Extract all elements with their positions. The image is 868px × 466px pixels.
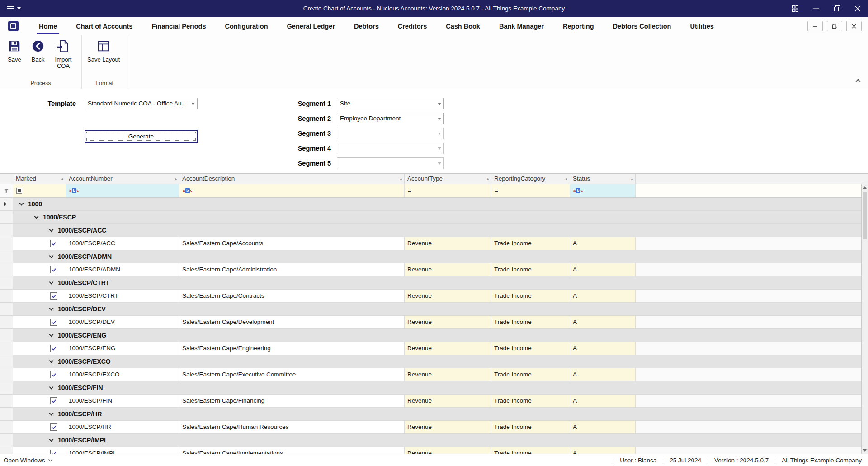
marked-checkbox[interactable]: [50, 423, 57, 431]
filter-cell-accounttype[interactable]: =: [405, 184, 491, 197]
status-cell[interactable]: A: [570, 447, 636, 454]
group-cell[interactable]: 1000: [13, 198, 861, 210]
collapse-chevron-icon[interactable]: [49, 306, 54, 310]
filter-cell-reportingcategory[interactable]: =: [491, 184, 570, 197]
tab-home[interactable]: Home: [29, 17, 66, 35]
account-number-cell[interactable]: 1000/ESCP/IMPL: [66, 447, 179, 454]
segment-4-dropdown[interactable]: [337, 143, 444, 154]
tab-bank-manager[interactable]: Bank Manager: [490, 17, 553, 35]
tab-utilities[interactable]: Utilities: [680, 17, 723, 35]
account-description-cell[interactable]: Sales/Eastern Cape/Financing: [179, 395, 405, 407]
collapse-chevron-icon[interactable]: [49, 227, 54, 232]
collapse-chevron-icon[interactable]: [49, 332, 54, 337]
column-header-reportingcategory[interactable]: ReportingCategory▲: [491, 174, 570, 184]
reporting-category-cell[interactable]: Trade Income: [491, 447, 570, 454]
filter-cell-status[interactable]: abc: [570, 184, 636, 197]
account-number-cell[interactable]: 1000/ESCP/CTRT: [66, 290, 179, 302]
collapse-chevron-icon[interactable]: [49, 437, 54, 442]
group-row-1000-escp-ctrt[interactable]: 1000/ESCP/CTRT: [0, 276, 861, 290]
collapse-chevron-icon[interactable]: [49, 358, 54, 363]
reporting-category-cell[interactable]: Trade Income: [491, 395, 570, 407]
account-description-cell[interactable]: Sales/Eastern Cape/Accounts: [179, 237, 405, 250]
reporting-category-cell[interactable]: Trade Income: [491, 316, 570, 328]
tab-chart-of-accounts[interactable]: Chart of Accounts: [66, 17, 142, 35]
status-cell[interactable]: A: [570, 342, 636, 355]
filter-cell-accountnumber[interactable]: abc: [66, 184, 179, 197]
tab-configuration[interactable]: Configuration: [216, 17, 278, 35]
equals-filter-icon[interactable]: =: [495, 187, 498, 194]
group-row-1000[interactable]: 1000: [0, 198, 861, 211]
column-header-accountdescription[interactable]: AccountDescription▲: [179, 174, 405, 184]
group-cell[interactable]: 1000/ESCP/ADMN: [13, 250, 861, 263]
account-row-1000-escp-exco[interactable]: 1000/ESCP/EXCOSales/Eastern Cape/Executi…: [0, 368, 861, 381]
quick-access-menu-icon[interactable]: [7, 5, 14, 13]
account-type-cell[interactable]: Revenue: [405, 447, 491, 454]
status-cell[interactable]: A: [570, 316, 636, 328]
template-dropdown[interactable]: Standard Numeric COA - Office Au...: [85, 98, 198, 109]
account-type-cell[interactable]: Revenue: [405, 316, 491, 328]
account-number-cell[interactable]: 1000/ESCP/EXCO: [66, 368, 179, 381]
group-cell[interactable]: 1000/ESCP/EXCO: [13, 355, 861, 368]
group-cell[interactable]: 1000/ESCP/DEV: [13, 303, 861, 315]
account-row-1000-escp-acc[interactable]: 1000/ESCP/ACCSales/Eastern Cape/Accounts…: [0, 237, 861, 250]
group-row-1000-escp-hr[interactable]: 1000/ESCP/HR: [0, 408, 861, 421]
account-description-cell[interactable]: Sales/Eastern Cape/Implementations: [179, 447, 405, 454]
status-cell[interactable]: A: [570, 395, 636, 407]
tab-general-ledger[interactable]: General Ledger: [278, 17, 344, 35]
group-cell[interactable]: 1000/ESCP/IMPL: [13, 434, 861, 447]
account-row-1000-escp-eng[interactable]: 1000/ESCP/ENGSales/Eastern Cape/Engineer…: [0, 342, 861, 355]
collapse-chevron-icon[interactable]: [49, 385, 54, 389]
mdi-restore-button[interactable]: [827, 21, 842, 31]
account-type-cell[interactable]: Revenue: [405, 237, 491, 250]
app-logo-icon[interactable]: [8, 21, 19, 31]
account-number-cell[interactable]: 1000/ESCP/FIN: [66, 395, 179, 407]
reporting-category-cell[interactable]: Trade Income: [491, 237, 570, 250]
account-type-cell[interactable]: Revenue: [405, 263, 491, 276]
group-cell[interactable]: 1000/ESCP: [13, 211, 861, 223]
save-layout-button[interactable]: Save Layout: [85, 38, 122, 64]
group-cell[interactable]: 1000/ESCP/FIN: [13, 381, 861, 394]
marked-checkbox[interactable]: [50, 319, 57, 326]
status-cell[interactable]: A: [570, 237, 636, 250]
column-header-accounttype[interactable]: AccountType▲: [405, 174, 491, 184]
tab-debtors-collection[interactable]: Debtors Collection: [604, 17, 681, 35]
group-row-1000-escp-acc[interactable]: 1000/ESCP/ACC: [0, 224, 861, 237]
mdi-close-button[interactable]: [846, 21, 862, 31]
account-number-cell[interactable]: 1000/ESCP/HR: [66, 421, 179, 433]
account-description-cell[interactable]: Sales/Eastern Cape/Administration: [179, 263, 405, 276]
group-row-1000-escp[interactable]: 1000/ESCP: [0, 211, 861, 224]
status-cell[interactable]: A: [570, 290, 636, 302]
column-header-status[interactable]: Status▲: [570, 174, 636, 184]
group-cell[interactable]: 1000/ESCP/ENG: [13, 329, 861, 342]
dropdown-arrow-icon[interactable]: [435, 128, 443, 139]
account-description-cell[interactable]: Sales/Eastern Cape/Engineering: [179, 342, 405, 355]
scroll-down-icon[interactable]: [862, 447, 868, 454]
status-cell[interactable]: A: [570, 263, 636, 276]
collapse-chevron-icon[interactable]: [49, 280, 54, 284]
account-row-1000-escp-dev[interactable]: 1000/ESCP/DEVSales/Eastern Cape/Developm…: [0, 316, 861, 329]
account-type-cell[interactable]: Revenue: [405, 342, 491, 355]
account-description-cell[interactable]: Sales/Eastern Cape/Human Resources: [179, 421, 405, 433]
scroll-up-icon[interactable]: [862, 184, 868, 191]
collapse-chevron-icon[interactable]: [49, 253, 54, 258]
generate-button[interactable]: Generate: [85, 130, 198, 143]
close-window-button[interactable]: [847, 0, 868, 17]
account-row-1000-escp-impl[interactable]: 1000/ESCP/IMPLSales/Eastern Cape/Impleme…: [0, 447, 861, 454]
minimize-window-button[interactable]: [806, 0, 826, 17]
text-filter-icon[interactable]: abc: [573, 188, 583, 193]
dropdown-arrow-icon[interactable]: [435, 98, 443, 109]
marked-checkbox[interactable]: [50, 450, 57, 454]
column-header-marked[interactable]: Marked▲: [13, 174, 66, 184]
checkbox-filter-icon[interactable]: [16, 188, 22, 194]
group-cell[interactable]: 1000/ESCP/HR: [13, 408, 861, 420]
dropdown-arrow-icon[interactable]: [435, 143, 443, 154]
dropdown-arrow-icon[interactable]: [189, 98, 197, 109]
group-row-1000-escp-impl[interactable]: 1000/ESCP/IMPL: [0, 434, 861, 447]
equals-filter-icon[interactable]: =: [408, 187, 411, 194]
group-row-1000-escp-dev[interactable]: 1000/ESCP/DEV: [0, 303, 861, 316]
import-coa-button[interactable]: Import COA: [51, 38, 76, 70]
text-filter-icon[interactable]: abc: [69, 188, 79, 193]
marked-checkbox[interactable]: [50, 397, 57, 404]
account-description-cell[interactable]: Sales/Eastern Cape/Development: [179, 316, 405, 328]
collapse-chevron-icon[interactable]: [34, 214, 39, 219]
